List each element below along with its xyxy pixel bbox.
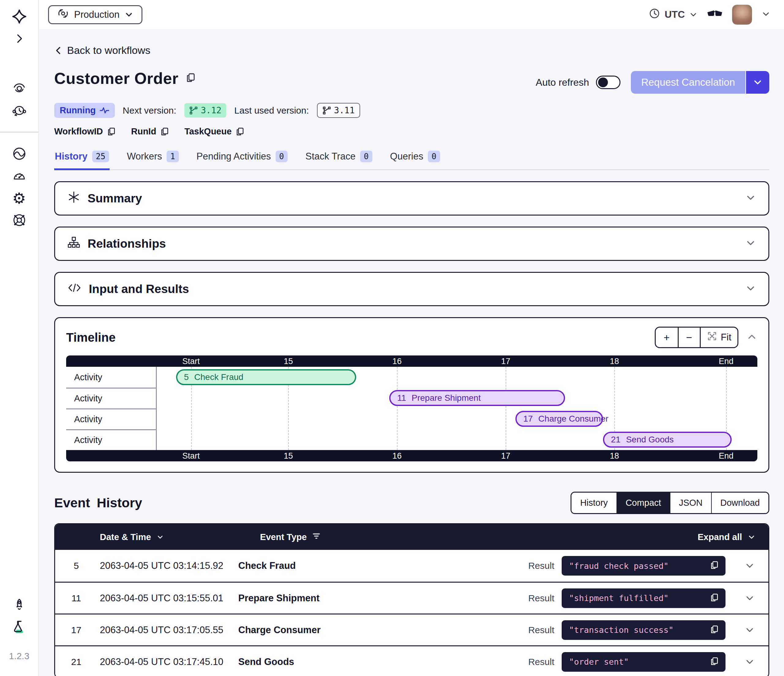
tab-queries[interactable]: Queries0 — [390, 151, 441, 170]
timeline-chart-area: 5Check Fraud 11Prepare Shipment 17Charge… — [157, 367, 758, 450]
code-icon — [67, 282, 81, 297]
whats-new-rocket-icon[interactable] — [12, 598, 26, 612]
timeline-row-label: Activity — [66, 409, 156, 429]
timeline-card: Timeline + − Fit — [54, 317, 769, 473]
tab-workers[interactable]: Workers1 — [126, 151, 179, 170]
event-history-header: Date & Time Event Type Expand all — [55, 524, 768, 550]
run-id-copy[interactable]: RunId — [131, 126, 170, 137]
back-link-label: Back to workflows — [67, 44, 150, 56]
filter-icon — [313, 532, 320, 542]
nexus-icon[interactable] — [12, 146, 27, 162]
expand-row-chevron-icon[interactable] — [725, 593, 759, 603]
request-cancelation-button[interactable]: Request Cancelation — [631, 71, 769, 94]
result-code-pill: "transaction success" — [562, 620, 725, 640]
view-json-button[interactable]: JSON — [670, 493, 711, 513]
timeline-row-label: Activity — [66, 388, 156, 409]
event-row-check-fraud[interactable]: 5 2063-04-05 UTC 03:14:15.92 Check Fraud… — [55, 550, 768, 582]
tab-stack-trace[interactable]: Stack Trace0 — [305, 151, 373, 170]
timeline-bar-charge-consumer[interactable]: 17Charge Consumer — [515, 411, 603, 427]
status-badge: Running — [54, 103, 115, 118]
timeline-axis-top: Start 15 16 17 18 End — [66, 356, 758, 367]
task-queue-copy[interactable]: TaskQueue — [184, 126, 245, 137]
namespace-icon — [57, 7, 69, 22]
expand-row-chevron-icon[interactable] — [725, 625, 759, 635]
temporal-logo-icon[interactable] — [11, 9, 27, 25]
auto-refresh-label: Auto refresh — [536, 77, 589, 88]
timeline-title: Timeline — [66, 331, 116, 344]
user-avatar[interactable] — [732, 5, 752, 25]
timeline-zoom-controls: + − Fit — [655, 327, 738, 348]
view-download-button[interactable]: Download — [711, 493, 768, 513]
next-version-label: Next version: — [123, 105, 176, 116]
view-compact-button[interactable]: Compact — [616, 493, 670, 513]
result-code-pill: "shipment fulfilled" — [562, 589, 725, 608]
user-menu-caret-icon[interactable] — [761, 9, 770, 20]
relationships-chevron-icon[interactable] — [745, 238, 756, 250]
workflows-icon[interactable] — [12, 81, 26, 96]
cancel-options-caret-icon[interactable] — [745, 71, 769, 94]
timeline-bar-send-goods[interactable]: 21Send Goods — [603, 432, 732, 448]
event-history-view-switch: History Compact JSON Download — [571, 492, 769, 514]
input-results-section[interactable]: Input and Results — [54, 272, 769, 306]
schedules-icon[interactable] — [12, 104, 26, 118]
next-version-badge: 3.12 — [184, 103, 226, 118]
result-code-pill: "fraud check passed" — [562, 556, 725, 576]
timeline-gantt: Start 15 16 17 18 End Activity Activity — [66, 356, 758, 462]
copy-title-icon[interactable] — [185, 72, 196, 84]
sort-date-column[interactable]: Date & Time — [100, 532, 165, 542]
input-results-chevron-icon[interactable] — [745, 283, 756, 295]
tab-history[interactable]: History25 — [54, 151, 110, 170]
feedback-glasses-icon[interactable] — [707, 8, 723, 22]
back-to-workflows-link[interactable]: Back to workflows — [54, 44, 150, 56]
relationships-section[interactable]: Relationships — [54, 227, 769, 261]
usage-gauge-icon[interactable] — [12, 169, 26, 183]
copy-result-icon[interactable] — [709, 625, 719, 636]
expand-row-chevron-icon[interactable] — [725, 657, 759, 667]
help-lifebuoy-icon[interactable] — [12, 213, 26, 227]
event-history-title: Event History — [54, 495, 142, 510]
expand-all-button[interactable]: Expand all — [698, 532, 756, 542]
tab-pending-activities[interactable]: Pending Activities0 — [196, 151, 288, 170]
summary-section[interactable]: Summary — [54, 181, 769, 216]
event-history-table: Date & Time Event Type Expand all — [54, 523, 769, 676]
timeline-row-labels: Activity Activity Activity Activity — [66, 367, 157, 450]
timezone-selector[interactable]: UTC — [649, 8, 698, 22]
summary-asterisk-icon — [67, 191, 80, 206]
timeline-row-label: Activity — [66, 429, 156, 450]
expand-row-chevron-icon[interactable] — [725, 561, 759, 571]
zoom-in-button[interactable]: + — [656, 328, 678, 347]
summary-chevron-icon[interactable] — [745, 192, 756, 205]
fit-arrows-icon — [707, 331, 717, 344]
timeline-bar-prepare-shipment[interactable]: 11Prepare Shipment — [389, 390, 565, 406]
sidebar-divider — [0, 132, 38, 132]
event-row-send-goods[interactable]: 21 2063-04-05 UTC 03:17:45.10 Send Goods… — [55, 645, 768, 676]
workflow-title: Customer Order — [54, 69, 179, 87]
timezone-label: UTC — [664, 9, 685, 20]
left-sidebar: ⚙ 1.2.3 — [0, 0, 39, 676]
timeline-collapse-icon[interactable] — [746, 331, 758, 343]
namespace-selector[interactable]: Production — [48, 5, 142, 24]
expand-sidebar-icon[interactable] — [13, 33, 25, 45]
view-history-button[interactable]: History — [571, 493, 616, 513]
labs-flask-icon[interactable] — [12, 620, 26, 634]
timeline-row-label: Activity — [66, 367, 156, 388]
page-content: Back to workflows Customer Order Auto re… — [39, 29, 784, 676]
result-code-pill: "order sent" — [562, 652, 725, 672]
relationships-tree-icon — [67, 236, 80, 252]
event-row-prepare-shipment[interactable]: 11 2063-04-05 UTC 03:15:55.01 Prepare Sh… — [55, 582, 768, 614]
filter-event-type-column[interactable]: Event Type — [260, 532, 320, 542]
settings-gear-icon[interactable]: ⚙ — [12, 191, 26, 206]
workflow-tabs: History25 Workers1 Pending Activities0 S… — [54, 151, 769, 170]
event-row-charge-consumer[interactable]: 17 2063-04-05 UTC 03:17:05.55 Charge Con… — [55, 614, 768, 645]
app-window: ⚙ 1.2.3 Production — [0, 0, 784, 676]
copy-result-icon[interactable] — [709, 593, 719, 604]
copy-result-icon[interactable] — [709, 560, 719, 571]
timeline-axis-bottom: Start 15 16 17 18 End — [66, 450, 758, 462]
zoom-out-button[interactable]: − — [678, 328, 700, 347]
zoom-fit-button[interactable]: Fit — [700, 328, 737, 347]
workflow-id-copy[interactable]: WorkflowID — [54, 126, 117, 137]
copy-result-icon[interactable] — [709, 656, 719, 667]
timeline-bar-check-fraud[interactable]: 5Check Fraud — [176, 369, 356, 385]
request-cancelation-label[interactable]: Request Cancelation — [631, 71, 745, 94]
auto-refresh-toggle[interactable] — [596, 76, 621, 89]
